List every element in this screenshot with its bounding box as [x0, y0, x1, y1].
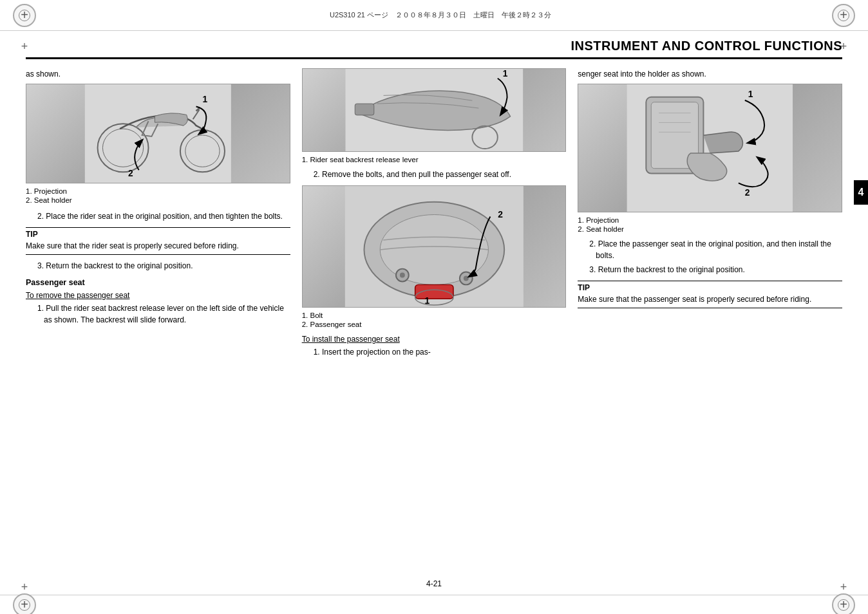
- right-intro: senger seat into the holder as shown.: [578, 68, 842, 80]
- mid-caption-1: 1. Rider seat backrest release lever: [302, 156, 567, 163]
- svg-point-20: [400, 273, 405, 278]
- mid-column: 1 1. Rider seat backrest release lever 2…: [302, 68, 567, 360]
- right-tip: TIP Make sure that the passenger seat is…: [578, 281, 842, 308]
- left-step1-remove: 1. Pull the rider seat backrest release …: [37, 302, 290, 326]
- svg-text:2: 2: [745, 187, 750, 198]
- mid-sub-heading-install: To install the passenger seat: [302, 335, 567, 344]
- left-top-image: 1 2: [26, 84, 290, 183]
- left-caption-1: 1. Projection: [26, 187, 290, 195]
- page: U2S310 21 ページ ２００８年８月３０日 土曜日 午後２時２３分 4 I…: [0, 0, 868, 614]
- right-step3-block: 3. Return the backrest to the original p…: [578, 264, 842, 275]
- mid-step2-text: 2. Remove the bolts, and then pull the p…: [314, 169, 567, 180]
- right-column: senger seat into the holder as shown.: [578, 68, 842, 313]
- left-top-image-svg: 1 2: [26, 84, 290, 183]
- svg-point-22: [464, 276, 469, 281]
- left-caption-2: 2. Seat holder: [26, 196, 290, 204]
- svg-rect-12: [355, 104, 374, 115]
- svg-text:2: 2: [128, 168, 133, 178]
- svg-text:1: 1: [202, 94, 207, 104]
- right-tip-label: TIP: [578, 281, 842, 292]
- left-column: as shown.: [26, 68, 290, 328]
- left-tip: TIP Make sure that the rider seat is pro…: [26, 227, 290, 255]
- left-step2-block: 2. Place the rider seat in the original …: [26, 210, 290, 222]
- mid-top-image-svg: 1: [303, 69, 566, 151]
- top-bar: U2S310 21 ページ ２００８年８月３０日 土曜日 午後２時２３分: [0, 0, 868, 31]
- mid-top-image: 1: [302, 68, 567, 152]
- top-bar-text: U2S310 21 ページ ２００８年８月３０日 土曜日 午後２時２３分: [49, 10, 832, 20]
- svg-rect-0: [85, 84, 231, 183]
- mid-caption-seat: 2. Passenger seat: [302, 321, 567, 328]
- right-top-image: 1 2: [578, 84, 842, 212]
- mid-caption-bolt: 1. Bolt: [302, 312, 567, 319]
- section-tab: 4: [854, 180, 868, 205]
- left-sub-heading: To remove the passenger seat: [26, 291, 290, 300]
- top-right-reg-mark: [832, 4, 855, 27]
- three-column-layout: as shown.: [26, 68, 842, 360]
- mid-bottom-image: 2 1: [302, 185, 567, 308]
- svg-text:1: 1: [424, 295, 429, 306]
- left-step3-text: 3. Return the backrest to the original p…: [37, 260, 290, 272]
- right-top-image-svg: 1 2: [578, 84, 842, 212]
- right-step3-text: 3. Return the backrest to the original p…: [589, 264, 842, 275]
- top-left-reg-mark: [13, 4, 36, 27]
- right-caption-2: 2. Seat holder: [578, 225, 842, 233]
- right-caption-1: 1. Projection: [578, 216, 842, 224]
- svg-text:2: 2: [498, 209, 503, 219]
- mid-bottom-image-svg: 2 1: [303, 186, 566, 307]
- bottom-left-reg-mark: [13, 593, 36, 615]
- left-tip-text: Make sure that the rider seat is properl…: [26, 240, 290, 255]
- mid-step2-block: 2. Remove the bolts, and then pull the p…: [302, 169, 567, 180]
- mid-step1-install: 1. Insert the projection on the pas-: [314, 346, 567, 358]
- mid-install-block: To install the passenger seat 1. Insert …: [302, 335, 567, 358]
- main-content: INSTRUMENT AND CONTROL FUNCTIONS as show…: [26, 39, 842, 595]
- bottom-bar: [0, 595, 868, 614]
- right-step2-text: 2. Place the passenger seat in the origi…: [589, 238, 842, 261]
- left-step2-text: 2. Place the rider seat in the original …: [37, 210, 290, 222]
- svg-text:1: 1: [502, 69, 507, 79]
- bottom-right-reg-mark: [832, 593, 855, 615]
- svg-text:1: 1: [748, 89, 753, 99]
- left-tip-label: TIP: [26, 227, 290, 239]
- right-tip-text: Make sure that the passenger seat is pro…: [578, 293, 842, 308]
- left-intro-text: as shown.: [26, 68, 290, 80]
- page-number: 4-21: [426, 579, 442, 588]
- page-title: INSTRUMENT AND CONTROL FUNCTIONS: [26, 39, 842, 59]
- left-section-heading: Passenger seat: [26, 278, 290, 287]
- right-step2-block: 2. Place the passenger seat in the origi…: [578, 238, 842, 261]
